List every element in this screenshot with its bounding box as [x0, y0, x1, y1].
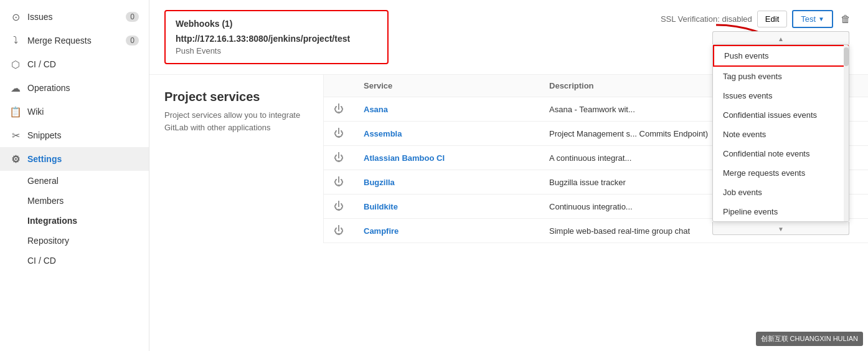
- toggle-icon-asana[interactable]: ⏻: [334, 103, 344, 114]
- operations-icon: ☁: [10, 82, 21, 94]
- sidebar-item-label: Issues: [27, 12, 52, 22]
- sidebar-item-wiki[interactable]: 📋 Wiki: [0, 100, 149, 123]
- toggle-icon-bamboo[interactable]: ⏻: [334, 152, 344, 163]
- dropdown-item-issues-events[interactable]: Issues events: [713, 86, 849, 105]
- sidebar-sub-general[interactable]: General: [0, 171, 149, 191]
- dropdown-item-merge-requests[interactable]: Merge requests events: [713, 163, 849, 183]
- dropdown-scrollbar-thumb: [844, 47, 849, 66]
- dropdown-menu: Push events Tag push events Issues event…: [712, 44, 849, 222]
- webhook-events: Push Events: [176, 46, 377, 55]
- sidebar-item-settings[interactable]: ⚙ Settings: [0, 147, 149, 171]
- sidebar-item-label: Snippets: [27, 130, 61, 140]
- service-link-bamboo[interactable]: Atlassian Bamboo CI: [364, 153, 445, 163]
- toggle-icon-buildkite[interactable]: ⏻: [334, 201, 344, 211]
- scroll-down-icon: ▼: [778, 226, 784, 233]
- dropdown-item-confidential-note[interactable]: Confidential note events: [713, 144, 849, 163]
- sidebar-item-merge-requests[interactable]: ⤵ Merge Requests 0: [0, 29, 149, 52]
- main-content: Webhooks (1) http://172.16.1.33:8080/jen…: [149, 0, 868, 351]
- services-title: Project services: [164, 90, 308, 104]
- delete-button[interactable]: 🗑: [838, 11, 853, 27]
- test-button[interactable]: Test ▼: [792, 10, 833, 28]
- settings-icon: ⚙: [10, 153, 21, 165]
- dropdown-item-tag-push-events[interactable]: Tag push events: [713, 67, 849, 86]
- service-link-campfire[interactable]: Campfire: [364, 226, 399, 236]
- sidebar-sub-members[interactable]: Members: [0, 191, 149, 211]
- sidebar-sub-ci-cd[interactable]: CI / CD: [0, 251, 149, 271]
- sidebar-item-label: CI / CD: [27, 59, 56, 69]
- service-link-assembla[interactable]: Assembla: [364, 129, 402, 138]
- table-col-toggle: [324, 75, 354, 97]
- dropdown-scrollbar[interactable]: [844, 45, 849, 221]
- toggle-icon-campfire[interactable]: ⏻: [334, 225, 344, 236]
- webhook-url: http://172.16.1.33:8080/jenkins/project/…: [176, 34, 377, 44]
- sidebar-item-label: Wiki: [27, 107, 44, 117]
- sidebar-sub-integrations[interactable]: Integrations: [0, 211, 149, 231]
- webhook-actions: SSL Verification: disabled Edit Test ▼ 🗑: [661, 10, 853, 28]
- webhook-card: Webhooks (1) http://172.16.1.33:8080/jen…: [164, 10, 389, 64]
- sidebar-item-issues[interactable]: ⊙ Issues 0: [0, 5, 149, 29]
- toggle-icon-assembla[interactable]: ⏻: [334, 128, 344, 138]
- sidebar-item-ci-cd[interactable]: ⬡ CI / CD: [0, 52, 149, 76]
- service-link-buildkite[interactable]: Buildkite: [364, 202, 398, 211]
- sidebar-item-label: Merge Requests: [27, 36, 92, 46]
- services-description: Project services allow you to integrate …: [164, 109, 308, 133]
- dropdown-item-pipeline-events[interactable]: Pipeline events: [713, 202, 849, 221]
- test-dropdown: ▲ Push events Tag push events Issues eve…: [712, 31, 849, 235]
- sidebar-item-label: Settings: [27, 154, 62, 164]
- toggle-icon-bugzilla[interactable]: ⏻: [334, 176, 344, 187]
- service-link-asana[interactable]: Asana: [364, 105, 388, 114]
- webhook-title: Webhooks (1): [176, 19, 377, 29]
- wiki-icon: 📋: [10, 106, 21, 117]
- sidebar-item-operations[interactable]: ☁ Operations: [0, 76, 149, 100]
- snippets-icon: ✂: [10, 130, 21, 141]
- webhook-area: Webhooks (1) http://172.16.1.33:8080/jen…: [149, 0, 868, 75]
- sidebar-item-label: Operations: [27, 83, 70, 93]
- dropdown-item-push-events[interactable]: Push events: [713, 45, 849, 67]
- sidebar: ⊙ Issues 0 ⤵ Merge Requests 0 ⬡ CI / CD …: [0, 0, 149, 351]
- sidebar-sub-repository[interactable]: Repository: [0, 231, 149, 251]
- dropdown-item-job-events[interactable]: Job events: [713, 183, 849, 202]
- scroll-up-icon: ▲: [778, 36, 784, 42]
- ssl-verification-text: SSL Verification: disabled: [661, 14, 752, 24]
- issues-icon: ⊙: [10, 11, 21, 22]
- sidebar-item-snippets[interactable]: ✂ Snippets: [0, 123, 149, 147]
- issues-badge: 0: [126, 12, 139, 22]
- table-col-service: Service: [354, 75, 539, 97]
- services-sidebar: Project services Project services allow …: [149, 75, 324, 243]
- ci-cd-icon: ⬡: [10, 59, 21, 70]
- dropdown-item-note-events[interactable]: Note events: [713, 125, 849, 144]
- merge-requests-badge: 0: [126, 36, 139, 46]
- trash-icon: 🗑: [841, 14, 851, 24]
- chevron-down-icon: ▼: [818, 16, 824, 22]
- watermark: 创新互联 CHUANGXIN HULIAN: [756, 332, 863, 346]
- edit-button[interactable]: Edit: [757, 11, 787, 27]
- dropdown-item-confidential-issues[interactable]: Confidential issues events: [713, 105, 849, 125]
- service-link-bugzilla[interactable]: Bugzilla: [364, 178, 395, 187]
- merge-requests-icon: ⤵: [10, 35, 21, 46]
